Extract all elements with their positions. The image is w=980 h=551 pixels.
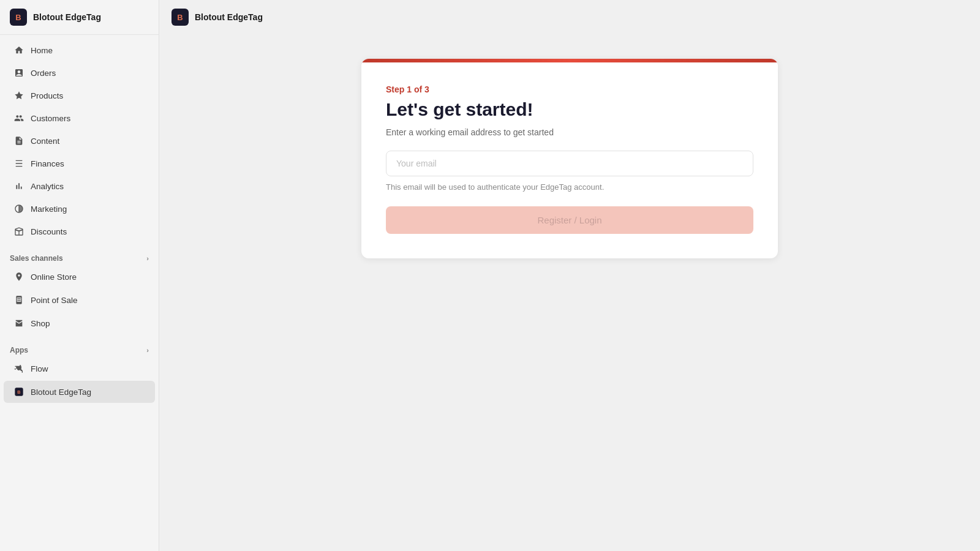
helper-text: This email will be used to authenticate … [386,182,753,192]
sidebar-item-products[interactable]: Products [4,84,155,107]
sidebar-item-customers[interactable]: Customers [4,107,155,129]
sidebar-item-finances-label: Finances [31,159,64,168]
sidebar-item-blotout[interactable]: B Blotout EdgeTag [4,381,155,403]
main-content: B Blotout EdgeTag Step 1 of 3 Let's get … [159,0,980,551]
sales-channels-chevron[interactable]: › [146,255,149,262]
blotout-icon: B [13,386,24,397]
sidebar-item-home-label: Home [31,46,53,55]
sidebar-item-discounts-label: Discounts [31,227,67,236]
content-area: Step 1 of 3 Let's get started! Enter a w… [159,34,980,551]
sidebar-item-home[interactable]: Home [4,39,155,61]
products-icon [13,90,24,101]
sidebar-item-content-label: Content [31,137,59,146]
card-description: Enter a working email address to get sta… [386,127,753,137]
sidebar-item-pos[interactable]: Point of Sale [4,289,155,311]
step-label: Step 1 of 3 [386,84,753,94]
sidebar-logo-icon: B [10,9,27,26]
sales-channels-header: Sales channels › [0,248,159,265]
sidebar-item-discounts[interactable]: Discounts [4,220,155,242]
topbar: B Blotout EdgeTag [159,0,980,34]
sidebar-item-blotout-label: Blotout EdgeTag [31,388,91,397]
sidebar-item-products-label: Products [31,91,63,100]
sidebar-app-name: Blotout EdgeTag [33,12,101,22]
card-heading: Let's get started! [386,99,753,120]
pos-icon [13,294,24,305]
sidebar-logo: B Blotout EdgeTag [0,0,159,35]
analytics-icon [13,181,24,192]
home-icon [13,45,24,56]
discounts-icon [13,226,24,237]
marketing-icon [13,203,24,214]
svg-text:B: B [17,389,20,395]
sidebar-item-online-store[interactable]: Online Store [4,266,155,288]
sidebar-item-online-store-label: Online Store [31,272,77,282]
content-icon [13,135,24,146]
sidebar-item-orders-label: Orders [31,69,56,78]
flow-icon [13,363,24,374]
finances-icon [13,158,24,169]
sidebar-item-analytics[interactable]: Analytics [4,175,155,197]
sidebar-item-content[interactable]: Content [4,130,155,152]
shop-icon [13,318,24,329]
sidebar-item-marketing-label: Marketing [31,204,67,214]
sidebar-item-pos-label: Point of Sale [31,296,78,305]
sidebar: B Blotout EdgeTag Home Orders Products [0,0,159,551]
store-icon [13,271,24,282]
sidebar-item-shop-label: Shop [31,319,50,328]
sidebar-item-finances[interactable]: Finances [4,152,155,174]
sidebar-item-marketing[interactable]: Marketing [4,198,155,220]
orders-icon [13,67,24,78]
sidebar-item-shop[interactable]: Shop [4,312,155,334]
topbar-logo-icon: B [172,9,189,26]
register-login-button[interactable]: Register / Login [386,206,753,234]
sidebar-item-flow-label: Flow [31,364,48,373]
apps-header: Apps › [0,340,159,357]
registration-card: Step 1 of 3 Let's get started! Enter a w… [361,59,778,258]
card-body: Step 1 of 3 Let's get started! Enter a w… [361,62,778,258]
sidebar-item-flow[interactable]: Flow [4,358,155,380]
apps-chevron[interactable]: › [146,347,149,354]
customers-icon [13,113,24,124]
sidebar-item-customers-label: Customers [31,114,70,123]
topbar-title: Blotout EdgeTag [195,12,263,22]
email-input[interactable] [386,151,753,176]
sidebar-item-analytics-label: Analytics [31,182,64,191]
sidebar-item-orders[interactable]: Orders [4,62,155,84]
